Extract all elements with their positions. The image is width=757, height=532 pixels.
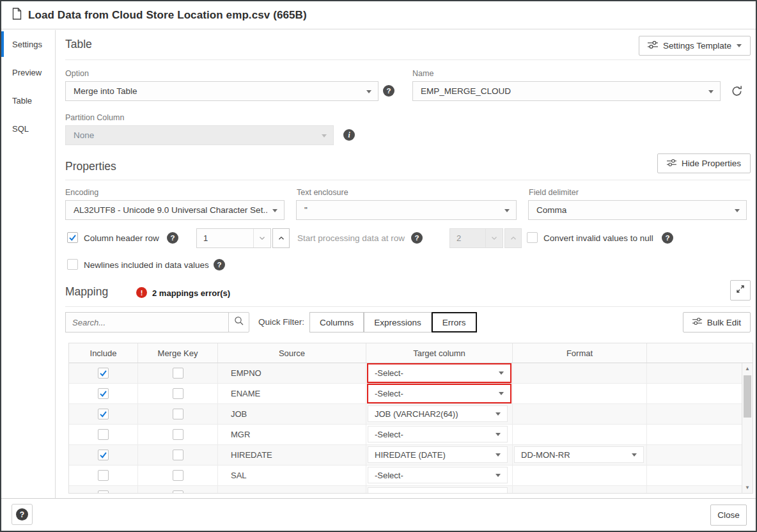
refresh-icon[interactable] (731, 85, 743, 100)
merge-key-checkbox[interactable] (173, 368, 183, 379)
caret-down-icon (504, 209, 510, 212)
encoding-select[interactable]: AL32UTF8 - Unicode 9.0 Universal Charact… (65, 200, 285, 220)
merge-key-checkbox[interactable] (173, 409, 183, 419)
newlines-checkbox[interactable] (67, 259, 78, 270)
filler-cell (647, 465, 742, 485)
spinner-value: 1 (197, 229, 253, 247)
include-checkbox[interactable] (98, 450, 109, 460)
name-label: Name (412, 69, 433, 78)
include-checkbox[interactable] (98, 388, 109, 399)
encoding-label: Encoding (65, 188, 98, 197)
column-header-row-checkbox[interactable] (67, 232, 78, 243)
merge-key-cell (138, 445, 218, 465)
properties-section-heading: Properties (65, 160, 116, 173)
sidebar-item-settings[interactable]: Settings (1, 30, 55, 58)
spinner-increment[interactable] (272, 228, 290, 248)
sidebar-item-preview[interactable]: Preview (1, 58, 55, 86)
column-header-row-spinner[interactable]: 1 (196, 228, 271, 248)
format-cell (513, 363, 647, 383)
filter-columns[interactable]: Columns (309, 312, 364, 332)
target-column-select[interactable]: -Select- (368, 426, 508, 442)
merge-key-checkbox[interactable] (173, 470, 183, 481)
field-delimiter-label: Field delimiter (529, 188, 579, 197)
grid-scrollbar[interactable]: ▲ ▼ (742, 363, 753, 493)
target-column-select[interactable]: -Select- (367, 384, 511, 403)
convert-invalid-help-icon[interactable]: ? (662, 232, 673, 244)
start-processing-spinner: 2 (449, 228, 503, 248)
target-column-select[interactable]: HIREDATE (DATE) (368, 446, 508, 463)
field-delimiter-select[interactable]: Comma (528, 200, 747, 220)
include-cell (69, 445, 138, 465)
sidebar-item-sql[interactable]: SQL (1, 114, 55, 143)
source-label: EMPNO (231, 368, 261, 378)
target-column-select[interactable]: -Select- (368, 487, 508, 494)
caret-down-icon (496, 412, 501, 416)
start-processing-help-icon[interactable]: ? (411, 232, 423, 244)
sidebar-item-table[interactable]: Table (1, 86, 55, 114)
source-cell: HIREDATE (218, 445, 366, 465)
spinner-decrement (485, 229, 503, 247)
include-checkbox[interactable] (98, 429, 109, 440)
include-checkbox[interactable] (98, 470, 109, 481)
partition-info-icon[interactable]: i (343, 129, 355, 141)
option-help-icon[interactable]: ? (383, 85, 394, 97)
settings-template-button[interactable]: Settings Template (639, 36, 751, 56)
divider (65, 59, 751, 60)
scroll-up-icon[interactable]: ▲ (742, 364, 753, 373)
merge-key-cell (138, 425, 218, 444)
scroll-down-icon[interactable]: ▼ (742, 483, 753, 492)
scroll-thumb[interactable] (744, 375, 751, 418)
hide-properties-label: Hide Properties (682, 159, 741, 168)
source-cell: JOB (218, 404, 366, 424)
check-icon (99, 410, 107, 418)
filter-errors[interactable]: Errors (432, 312, 477, 332)
expand-button[interactable] (730, 280, 751, 301)
close-button[interactable]: Close (710, 505, 747, 526)
option-value: Merge into Table (74, 86, 137, 96)
caret-down-icon (735, 209, 740, 212)
check-icon (99, 451, 107, 459)
merge-key-checkbox[interactable] (173, 490, 183, 494)
format-select[interactable]: DD-MON-RR (514, 446, 644, 463)
help-button[interactable]: ? (12, 504, 33, 525)
merge-key-checkbox[interactable] (173, 450, 183, 460)
search-button[interactable] (228, 312, 249, 332)
search-input[interactable] (66, 313, 228, 332)
format-cell: DD-MON-RR (513, 445, 647, 465)
sidebar-item-label: Table (12, 96, 32, 106)
merge-key-checkbox[interactable] (173, 388, 183, 399)
table-row: SAL-Select- (69, 465, 742, 486)
spinner-value: 2 (450, 229, 485, 247)
bulk-edit-button[interactable]: Bulk Edit (683, 312, 751, 332)
merge-key-checkbox[interactable] (173, 429, 183, 440)
convert-invalid-checkbox[interactable] (527, 232, 538, 243)
caret-down-icon (366, 90, 371, 93)
option-select[interactable]: Merge into Table (65, 81, 378, 101)
sidebar-item-label: Preview (12, 68, 42, 77)
filler-cell (647, 425, 742, 444)
source-label: SAL (231, 471, 247, 480)
include-cell (69, 384, 138, 403)
hide-properties-button[interactable]: Hide Properties (657, 153, 751, 173)
column-header-row-help-icon[interactable]: ? (167, 232, 178, 244)
filter-expressions[interactable]: Expressions (364, 312, 432, 332)
target-column-select[interactable]: -Select- (368, 467, 508, 483)
field-delimiter-value: Comma (536, 205, 566, 215)
target-column-select[interactable]: JOB (VARCHAR2(64)) (368, 405, 508, 422)
check-icon (99, 369, 107, 377)
include-checkbox[interactable] (98, 409, 109, 419)
grid-header-merge-key: Merge Key (138, 343, 218, 363)
active-indicator (1, 59, 4, 85)
table-name-select[interactable]: EMP_MERGE_CLOUD (412, 81, 721, 101)
target-column-select[interactable]: -Select- (367, 363, 511, 383)
grid-header-target-column: Target column (366, 343, 513, 363)
newlines-help-icon[interactable]: ? (214, 259, 225, 270)
text-enclosure-select[interactable]: " (296, 200, 517, 220)
filler-cell (647, 486, 742, 494)
source-cell: SAL (218, 465, 366, 485)
include-checkbox[interactable] (98, 490, 109, 494)
source-label: JOB (231, 409, 247, 419)
spinner-decrement[interactable] (253, 229, 270, 247)
caret-down-icon (737, 44, 742, 47)
include-checkbox[interactable] (98, 368, 109, 379)
